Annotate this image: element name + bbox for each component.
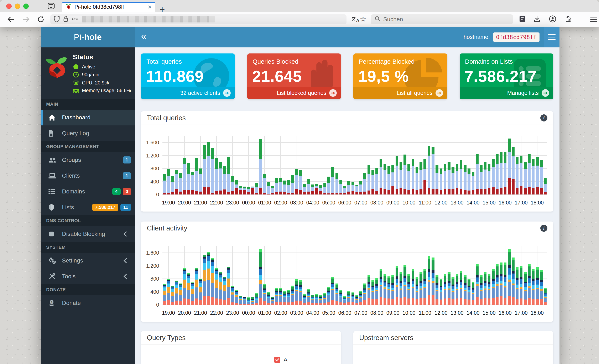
count-badge: 0 <box>123 188 131 195</box>
count-badge: 4 <box>112 188 121 195</box>
sidebar-item-clients[interactable]: Clients1 <box>41 168 135 184</box>
reload-icon[interactable] <box>37 16 44 23</box>
downloads-icon[interactable] <box>533 15 541 24</box>
sidebar-item-label: Domains <box>62 188 85 195</box>
translate-icon[interactable]: A <box>352 16 360 23</box>
upstream-servers-panel: Upstream servers <box>353 331 553 364</box>
svg-text:09:00: 09:00 <box>387 310 400 316</box>
status-row: 90q/min <box>73 71 131 78</box>
container-tab-icon[interactable] <box>519 15 525 24</box>
info-icon[interactable]: i <box>540 114 547 122</box>
back-icon[interactable] <box>7 16 15 23</box>
sidebar-item-dashboard[interactable]: Dashboard <box>41 110 135 125</box>
svg-text:11:00: 11:00 <box>419 310 431 316</box>
url-bar[interactable] <box>50 14 346 24</box>
summary-card-queries-blocked: Queries Blocked21.645List blocked querie… <box>247 53 341 99</box>
total-queries-chart: 19:0020:0021:0022:0023:0000:0001:0002:00… <box>141 125 553 212</box>
pihole-logo[interactable]: Pi-hole <box>41 27 135 47</box>
svg-text:800: 800 <box>150 166 159 171</box>
sidebar-item-lists[interactable]: Lists7.586.21711 <box>41 199 135 215</box>
count-badge: 7.586.217 <box>92 204 118 211</box>
sidebar-item-tools[interactable]: Tools <box>41 268 135 284</box>
menu-hamburger-icon[interactable] <box>590 17 597 22</box>
app-header: Pi-hole « hostname: 0fd38cd798ff <box>41 27 559 47</box>
card-value: 19,5 % <box>358 67 447 85</box>
sidebar-item-domains[interactable]: Domains40 <box>41 184 135 199</box>
card-footer-link[interactable]: Manage lists➔ <box>460 87 554 99</box>
svg-text:22:00: 22:00 <box>210 200 223 205</box>
bookmark-star-icon[interactable]: ☆ <box>360 15 366 22</box>
svg-text:02:00: 02:00 <box>274 200 287 205</box>
zoom-window-button[interactable] <box>23 4 29 9</box>
extensions-puzzle-icon[interactable] <box>564 15 572 24</box>
navigation-toolbar: A ☆ Suchen <box>0 12 599 27</box>
svg-text:1.600: 1.600 <box>146 250 159 256</box>
sidebar-item-disable-blocking[interactable]: Disable Blocking <box>41 226 135 242</box>
browser-tab[interactable]: Pi-hole 0fd38cd798ff × <box>62 2 155 12</box>
sidebar-item-label: Disable Blocking <box>62 231 105 237</box>
new-tab-button[interactable]: + <box>159 9 165 12</box>
count-badge: 11 <box>120 204 131 211</box>
chevron-left-icon <box>123 231 129 237</box>
info-icon[interactable]: i <box>540 225 547 232</box>
minimize-window-button[interactable] <box>15 4 20 9</box>
card-footer-link[interactable]: List all queries➔ <box>353 87 447 99</box>
chevron-left-icon <box>123 274 129 279</box>
sidebar-item-label: Query Log <box>62 130 89 137</box>
stop-icon <box>48 231 57 237</box>
sidebar-collapse-button[interactable]: « <box>141 36 146 38</box>
card-title: Queries Blocked <box>253 58 341 65</box>
svg-text:02:00: 02:00 <box>274 310 287 316</box>
gears-icon <box>48 257 57 264</box>
firefox-view-icon[interactable] <box>47 2 55 10</box>
app-menu-button[interactable] <box>544 27 559 47</box>
svg-text:18:00: 18:00 <box>531 200 544 205</box>
svg-text:13:00: 13:00 <box>450 200 464 205</box>
sidebar-item-donate[interactable]: $Donate <box>41 295 135 311</box>
svg-text:19:00: 19:00 <box>162 200 175 205</box>
list-icon <box>48 188 57 195</box>
tracking-shield-icon[interactable] <box>54 15 60 23</box>
donate-icon: $ <box>48 300 57 306</box>
sidebar-item-label: Groups <box>62 157 81 163</box>
search-bar[interactable]: Suchen <box>371 14 513 24</box>
card-footer-link[interactable]: 32 active clients➔ <box>141 87 235 99</box>
close-window-button[interactable] <box>6 4 12 9</box>
key-icon[interactable] <box>71 17 79 22</box>
svg-text:12:00: 12:00 <box>434 310 448 316</box>
toolbar-separator <box>581 16 581 23</box>
desktop: Pi-hole 0fd38cd798ff × + <box>0 0 599 364</box>
sidebar-item-groups[interactable]: Groups1 <box>41 152 135 168</box>
card-title: Percentage Blocked <box>359 58 447 65</box>
svg-text:09:00: 09:00 <box>387 200 400 205</box>
account-icon[interactable] <box>549 15 556 24</box>
sidebar-item-label: Dashboard <box>62 114 90 121</box>
svg-text:800: 800 <box>150 276 159 282</box>
status-dot-icon <box>73 64 79 70</box>
sidebar-item-query-log[interactable]: Query Log <box>41 125 135 141</box>
svg-text:19:00: 19:00 <box>162 310 175 316</box>
svg-text:400: 400 <box>150 179 159 185</box>
forward-icon[interactable] <box>22 16 30 23</box>
gauge-icon <box>73 71 79 78</box>
card-value: 21.645 <box>252 67 341 85</box>
card-footer-link[interactable]: List blocked queries➔ <box>247 87 341 99</box>
tab-close-icon[interactable]: × <box>148 4 152 10</box>
svg-text:20:00: 20:00 <box>178 200 191 205</box>
svg-text:1.200: 1.200 <box>146 153 159 159</box>
active-tab-indicator <box>62 2 155 3</box>
svg-text:12:00: 12:00 <box>434 200 448 205</box>
sidebar-item-label: Clients <box>62 172 80 179</box>
hostname-value: 0fd38cd798ff <box>493 32 539 42</box>
memory-icon <box>73 88 79 93</box>
legend-checkbox[interactable] <box>274 357 280 363</box>
lock-icon[interactable] <box>63 15 69 23</box>
status-block: Status Active90q/minCPU: 20.9%Memory usa… <box>41 47 135 99</box>
svg-text:01:00: 01:00 <box>258 200 271 205</box>
sidebar-item-settings[interactable]: Settings <box>41 253 135 268</box>
svg-text:21:00: 21:00 <box>194 310 207 316</box>
total-queries-panel-title: Total queries <box>147 114 186 122</box>
svg-text:15:00: 15:00 <box>483 200 496 205</box>
svg-text:06:00: 06:00 <box>338 310 352 316</box>
sidebar: Status Active90q/minCPU: 20.9%Memory usa… <box>41 47 135 364</box>
